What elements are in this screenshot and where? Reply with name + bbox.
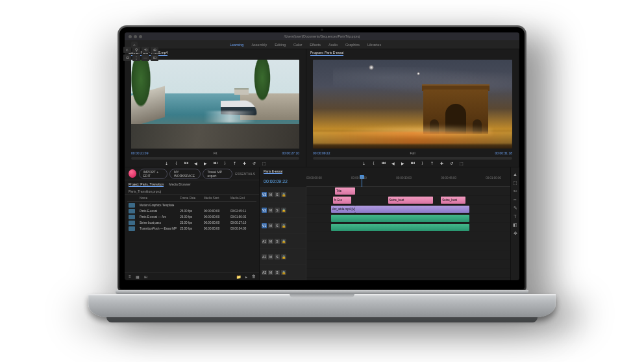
source-tc-out[interactable]: 00:00:27:10 xyxy=(282,151,299,155)
record-icon[interactable] xyxy=(129,169,136,178)
lock-icon[interactable]: 🔒 xyxy=(281,254,286,259)
playhead-timecode[interactable]: 00:00:09:22 xyxy=(264,179,288,184)
transport-button[interactable]: } xyxy=(222,160,228,166)
solo-button[interactable]: S xyxy=(275,223,280,228)
workspace-effects[interactable]: Effects xyxy=(310,43,321,47)
transport-button[interactable]: ⏮ xyxy=(380,160,386,166)
track-lanes[interactable]: Titlefx EssSeine_boatSeine_boatArc_wide.… xyxy=(306,187,510,280)
tool-button[interactable]: ✂ xyxy=(512,188,518,194)
solo-button[interactable]: S xyxy=(275,192,280,197)
timeline-tool-button[interactable]: ⚲ xyxy=(132,47,140,53)
track-header-V2[interactable]: V2MS🔒 xyxy=(260,202,306,218)
lock-icon[interactable]: 🔒 xyxy=(281,239,286,244)
tool-button[interactable]: ⬚ xyxy=(512,180,518,186)
track-toggle[interactable]: A1 xyxy=(262,239,267,244)
program-fit[interactable]: Full xyxy=(410,151,415,155)
transport-button[interactable]: ⤓ xyxy=(164,160,169,166)
timeline-tool-button[interactable]: ⊖ xyxy=(125,54,131,61)
workspace-graphics[interactable]: Graphics xyxy=(345,43,360,47)
mute-button[interactable]: M xyxy=(268,223,273,228)
source-scrubber[interactable] xyxy=(131,157,299,160)
column-header[interactable]: Frame Rate xyxy=(180,197,202,200)
bin-row[interactable]: Paris E-essai25.00 fps00:00:00:0000:02:4… xyxy=(127,208,256,214)
timeline-clip[interactable]: Seine_boat xyxy=(441,197,465,204)
traffic-lights[interactable] xyxy=(129,35,142,38)
timeline-clip[interactable] xyxy=(355,206,469,213)
solo-button[interactable]: S xyxy=(275,208,280,213)
workspace-chip[interactable]: Travel MP export xyxy=(203,169,232,179)
bin-row[interactable]: Motion Graphics Template xyxy=(127,202,256,208)
program-tab[interactable]: Program: Paris E-essai xyxy=(310,51,343,56)
workspace-audio[interactable]: Audio xyxy=(328,43,338,47)
lock-icon[interactable]: 🔒 xyxy=(281,192,286,197)
transport-button[interactable]: ✚ xyxy=(439,160,445,166)
time-ruler[interactable]: 00:00:00:0000:00:15:0000:00:30:0000:00:4… xyxy=(306,175,510,187)
mute-button[interactable]: M xyxy=(268,208,273,213)
timeline-clip[interactable] xyxy=(331,215,470,222)
trash-icon[interactable]: 🗑 xyxy=(251,274,256,280)
timeline-clip[interactable]: Title xyxy=(335,187,355,195)
bin-row[interactable]: TransitionPush — Essai MP25.00 fps00:00:… xyxy=(127,226,256,232)
transport-button[interactable]: ▶ xyxy=(400,160,406,166)
mute-button[interactable]: M xyxy=(268,192,273,197)
source-tc-in[interactable]: 00:00:21:09 xyxy=(131,151,148,155)
timeline-tool-button[interactable]: ⋯ xyxy=(142,54,149,61)
tool-button[interactable]: ◧ xyxy=(512,222,518,228)
solo-button[interactable]: S xyxy=(275,239,280,244)
mute-button[interactable]: M xyxy=(268,239,273,244)
transport-button[interactable]: ↺ xyxy=(449,160,454,166)
transport-button[interactable]: ⬚ xyxy=(261,160,267,166)
timeline-tool-button[interactable]: ⋮ xyxy=(132,54,140,61)
source-fit[interactable]: Fit xyxy=(214,151,217,155)
transport-button[interactable]: ⤓ xyxy=(361,160,367,166)
tool-button[interactable]: T xyxy=(512,213,518,219)
workspace-learning[interactable]: Learning xyxy=(230,43,243,47)
column-header[interactable]: Name xyxy=(140,197,178,200)
timeline-tool-button[interactable]: ⟲ xyxy=(142,47,149,53)
track-toggle[interactable]: V2 xyxy=(262,208,267,213)
tool-button[interactable]: ✎ xyxy=(512,205,518,211)
bin-row[interactable]: Seine boat pass25.00 fps00:00:00:0000:00… xyxy=(127,220,256,226)
bin-row[interactable]: Paris E-essai — Arc25.00 fps00:00:00:000… xyxy=(127,214,256,220)
track-toggle[interactable]: V1 xyxy=(262,223,267,228)
program-tc-out[interactable]: 00:00:31:18 xyxy=(495,151,512,155)
tool-button[interactable]: ↔ xyxy=(512,197,518,202)
lock-icon[interactable]: 🔒 xyxy=(281,223,286,228)
sequence-tab[interactable]: Paris E-essai xyxy=(264,169,282,174)
workspace-color[interactable]: Color xyxy=(293,43,302,47)
timeline-tool-button[interactable]: ⊞ xyxy=(151,54,158,61)
project-tab[interactable]: Project: Paris_Transition xyxy=(129,182,164,187)
transport-button[interactable]: ◀ xyxy=(390,160,396,166)
list-view-icon[interactable]: ≡ xyxy=(127,274,132,280)
solo-button[interactable]: S xyxy=(275,254,280,259)
tool-button[interactable]: ▲ xyxy=(512,171,518,177)
track-header-A3[interactable]: A3MS🔒 xyxy=(260,265,306,280)
transport-button[interactable]: { xyxy=(173,160,179,166)
transport-button[interactable]: { xyxy=(371,160,377,166)
icon-view-icon[interactable]: ▦ xyxy=(135,274,140,280)
workspace-libraries[interactable]: Libraries xyxy=(367,43,381,47)
workspace-chip[interactable]: MY WORKSPACE xyxy=(169,169,201,179)
column-header[interactable]: Media End xyxy=(230,197,255,200)
tool-button[interactable]: ✥ xyxy=(512,230,518,236)
workspace-chip[interactable]: IMPORT + EDIT xyxy=(139,169,168,179)
source-viewer[interactable] xyxy=(131,60,299,149)
timeline-clip[interactable]: Arc_wide.mp4 [V] xyxy=(331,206,356,213)
transport-button[interactable]: ⏮ xyxy=(183,160,189,166)
new-item-icon[interactable]: ▸ xyxy=(243,274,249,280)
workspace-editing[interactable]: Editing xyxy=(275,43,286,47)
transport-button[interactable]: ⤒ xyxy=(232,160,238,166)
transport-button[interactable]: ↺ xyxy=(251,160,257,166)
transport-button[interactable]: ◀ xyxy=(193,160,199,166)
program-scrubber[interactable] xyxy=(313,157,512,160)
column-header[interactable]: Media Start xyxy=(204,197,229,200)
transport-button[interactable]: ✚ xyxy=(242,160,247,166)
track-toggle[interactable]: V3 xyxy=(262,192,267,197)
mute-button[interactable]: M xyxy=(268,270,273,275)
track-header-V1[interactable]: V1MS🔒 xyxy=(260,218,306,234)
track-header-V3[interactable]: V3MS🔒 xyxy=(260,187,306,202)
track-header-A2[interactable]: A2MS🔒 xyxy=(260,249,306,265)
bin-path[interactable]: Paris_Transition.prproj xyxy=(129,189,161,193)
mute-button[interactable]: M xyxy=(268,254,273,259)
transport-button[interactable]: ▶ xyxy=(203,160,208,166)
